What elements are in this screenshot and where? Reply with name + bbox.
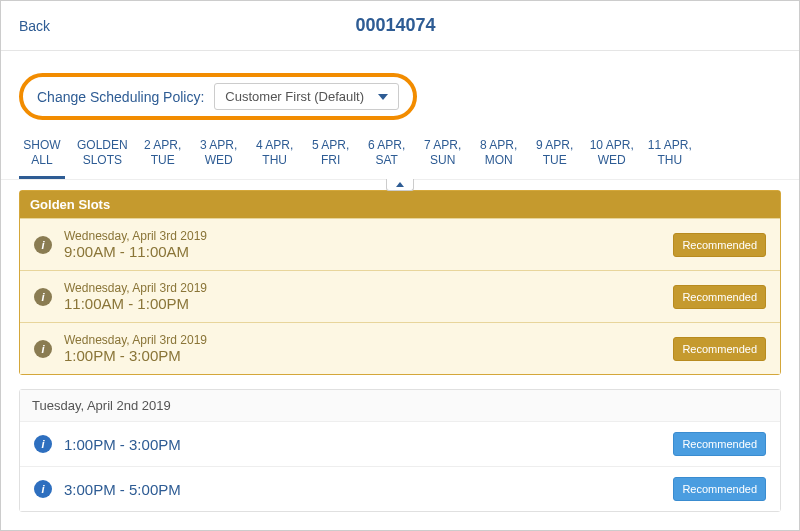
tab-line2: THU: [254, 153, 296, 168]
slot-time: 3:00PM - 5:00PM: [64, 481, 661, 498]
regular-slots-block: Tuesday, April 2nd 2019 i1:00PM - 3:00PM…: [19, 389, 781, 512]
date-tab[interactable]: 8 APR,MON: [476, 130, 522, 179]
tab-line2: WED: [590, 153, 634, 168]
tab-line1: 7 APR,: [422, 138, 464, 153]
slot-date: Wednesday, April 3rd 2019: [64, 333, 661, 347]
tab-line1: 9 APR,: [534, 138, 576, 153]
slot-text: Wednesday, April 3rd 20199:00AM - 11:00A…: [64, 229, 661, 260]
slot-text: Wednesday, April 3rd 201911:00AM - 1:00P…: [64, 281, 661, 312]
golden-slots-block: Golden Slots iWednesday, April 3rd 20199…: [19, 190, 781, 375]
slot-date: Wednesday, April 3rd 2019: [64, 281, 661, 295]
page-header: Back 00014074: [1, 1, 799, 51]
date-tab[interactable]: GOLDENSLOTS: [75, 130, 130, 179]
tab-line1: 2 APR,: [142, 138, 184, 153]
slot-text: 1:00PM - 3:00PM: [64, 436, 661, 453]
golden-slot-row[interactable]: iWednesday, April 3rd 20191:00PM - 3:00P…: [20, 322, 780, 374]
tab-line1: 4 APR,: [254, 138, 296, 153]
info-icon[interactable]: i: [34, 236, 52, 254]
policy-select[interactable]: Customer First (Default): [214, 83, 399, 110]
tab-line1: 3 APR,: [198, 138, 240, 153]
tab-line2: ALL: [21, 153, 63, 168]
golden-slots-header: Golden Slots: [20, 191, 780, 218]
collapse-toggle-row: [1, 180, 799, 190]
date-tab[interactable]: 2 APR,TUE: [140, 130, 186, 179]
tab-line1: SHOW: [21, 138, 63, 153]
recommended-badge[interactable]: Recommended: [673, 285, 766, 309]
slot-time: 11:00AM - 1:00PM: [64, 295, 661, 312]
policy-highlight-ring: Change Scheduling Policy: Customer First…: [19, 73, 417, 120]
golden-slot-row[interactable]: iWednesday, April 3rd 20199:00AM - 11:00…: [20, 218, 780, 270]
tab-line2: THU: [648, 153, 692, 168]
slot-row[interactable]: i1:00PM - 3:00PMRecommended: [20, 421, 780, 466]
slot-time: 1:00PM - 3:00PM: [64, 436, 661, 453]
slot-text: Wednesday, April 3rd 20191:00PM - 3:00PM: [64, 333, 661, 364]
policy-selected-value: Customer First (Default): [225, 89, 364, 104]
tab-line2: SLOTS: [77, 153, 128, 168]
tab-line2: TUE: [142, 153, 184, 168]
date-tab[interactable]: 9 APR,TUE: [532, 130, 578, 179]
date-tab[interactable]: 7 APR,SUN: [420, 130, 466, 179]
chevron-up-icon: [396, 182, 404, 187]
info-icon[interactable]: i: [34, 340, 52, 358]
tab-line1: 8 APR,: [478, 138, 520, 153]
scheduling-policy-row: Change Scheduling Policy: Customer First…: [1, 51, 799, 130]
tab-line2: TUE: [534, 153, 576, 168]
date-tab[interactable]: 5 APR,FRI: [308, 130, 354, 179]
slot-date: Wednesday, April 3rd 2019: [64, 229, 661, 243]
date-tab[interactable]: 3 APR,WED: [196, 130, 242, 179]
slot-time: 1:00PM - 3:00PM: [64, 347, 661, 364]
collapse-handle[interactable]: [386, 179, 414, 191]
tab-line2: FRI: [310, 153, 352, 168]
date-tab[interactable]: 11 APR,THU: [646, 130, 694, 179]
tab-line1: 10 APR,: [590, 138, 634, 153]
date-tab[interactable]: 4 APR,THU: [252, 130, 298, 179]
date-tab[interactable]: 6 APR,SAT: [364, 130, 410, 179]
golden-slot-row[interactable]: iWednesday, April 3rd 201911:00AM - 1:00…: [20, 270, 780, 322]
slot-time: 9:00AM - 11:00AM: [64, 243, 661, 260]
record-title: 00014074: [50, 15, 741, 36]
recommended-badge[interactable]: Recommended: [673, 477, 766, 501]
info-icon[interactable]: i: [34, 435, 52, 453]
tab-line2: MON: [478, 153, 520, 168]
tab-line1: 6 APR,: [366, 138, 408, 153]
tab-line1: 11 APR,: [648, 138, 692, 153]
info-icon[interactable]: i: [34, 480, 52, 498]
recommended-badge[interactable]: Recommended: [673, 233, 766, 257]
back-button[interactable]: Back: [19, 18, 50, 34]
slot-text: 3:00PM - 5:00PM: [64, 481, 661, 498]
date-tabs: SHOWALLGOLDENSLOTS2 APR,TUE3 APR,WED4 AP…: [1, 130, 799, 180]
tab-line2: SAT: [366, 153, 408, 168]
tab-line1: GOLDEN: [77, 138, 128, 153]
date-tab[interactable]: 10 APR,WED: [588, 130, 636, 179]
tab-line2: SUN: [422, 153, 464, 168]
date-tab[interactable]: SHOWALL: [19, 130, 65, 179]
info-icon[interactable]: i: [34, 288, 52, 306]
tab-line2: WED: [198, 153, 240, 168]
chevron-down-icon: [378, 94, 388, 100]
policy-label: Change Scheduling Policy:: [37, 89, 204, 105]
recommended-badge[interactable]: Recommended: [673, 337, 766, 361]
tab-line1: 5 APR,: [310, 138, 352, 153]
recommended-badge[interactable]: Recommended: [673, 432, 766, 456]
regular-slots-header: Tuesday, April 2nd 2019: [20, 390, 780, 421]
slot-row[interactable]: i3:00PM - 5:00PMRecommended: [20, 466, 780, 511]
